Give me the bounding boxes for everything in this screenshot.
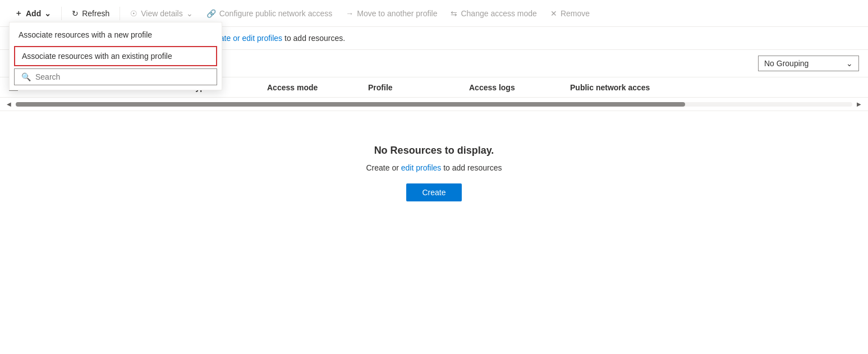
associate-new-item[interactable]: Associate resources with a new profile [10,25,222,45]
remove-button[interactable]: ✕ Remove [545,6,595,21]
dropdown-search-box[interactable]: 🔍 [14,68,217,85]
associate-existing-item[interactable]: Associate resources with an existing pro… [14,46,217,66]
configure-button[interactable]: 🔗 Configure public network access [201,6,338,21]
view-details-button[interactable]: ☉ View details ⌄ [125,6,198,21]
grouping-chevron-icon: ⌄ [846,59,853,68]
remove-icon: ✕ [550,9,557,18]
toolbar: ＋ Add ⌄ Associate resources with a new p… [0,0,868,27]
header-profile: Profile [368,83,469,92]
configure-icon: 🔗 [206,9,216,18]
scroll-left-arrow[interactable]: ◀ [4,100,13,108]
edit-profiles-link[interactable]: edit profiles [401,163,442,172]
change-access-button[interactable]: ⇆ Change access mode [445,6,542,21]
view-details-chevron-icon: ⌄ [186,9,193,18]
create-button[interactable]: Create [406,183,461,201]
add-dropdown-panel: Associate resources with a new profile A… [9,22,222,90]
move-label: Move to another profile [357,9,437,18]
eye-icon: ☉ [130,9,137,18]
remove-label: Remove [561,9,590,18]
header-public-network: Public network acces [570,83,859,92]
header-access-logs: Access logs [469,83,570,92]
empty-subtitle-text: Create or [366,163,401,172]
scrollbar-row: ◀ ▶ [0,98,868,111]
add-label: Add [26,9,41,18]
move-button[interactable]: → Move to another profile [340,6,443,21]
configure-label: Configure public network access [219,9,333,18]
info-text-suffix: to add resources. [284,34,345,43]
view-details-label: View details [141,9,182,18]
plus-icon: ＋ [15,8,22,19]
move-icon: → [346,9,353,18]
empty-title: No Resources to display. [374,145,494,157]
scrollbar-track[interactable] [16,102,852,107]
refresh-icon: ↻ [72,9,79,18]
empty-subtitle-suffix: to add resources [443,163,502,172]
scrollbar-thumb [16,102,685,107]
divider-2 [120,7,120,20]
grouping-label: No Grouping [764,59,809,68]
refresh-button[interactable]: ↻ Refresh [66,6,115,21]
search-input[interactable] [35,72,210,81]
add-button[interactable]: ＋ Add ⌄ [9,5,57,22]
scroll-right-arrow[interactable]: ▶ [855,100,864,108]
empty-state: No Resources to display. Create or edit … [0,111,868,224]
change-access-label: Change access mode [461,9,536,18]
change-access-icon: ⇆ [451,9,457,18]
refresh-label: Refresh [82,9,109,18]
divider-1 [61,7,62,20]
grouping-dropdown[interactable]: No Grouping ⌄ [758,56,859,71]
add-dropdown-container: ＋ Add ⌄ Associate resources with a new p… [9,5,57,22]
chevron-down-icon: ⌄ [44,9,51,18]
search-icon: 🔍 [21,72,31,81]
empty-subtitle: Create or edit profiles to add resources [366,163,502,172]
header-access-mode: Access mode [267,83,368,92]
